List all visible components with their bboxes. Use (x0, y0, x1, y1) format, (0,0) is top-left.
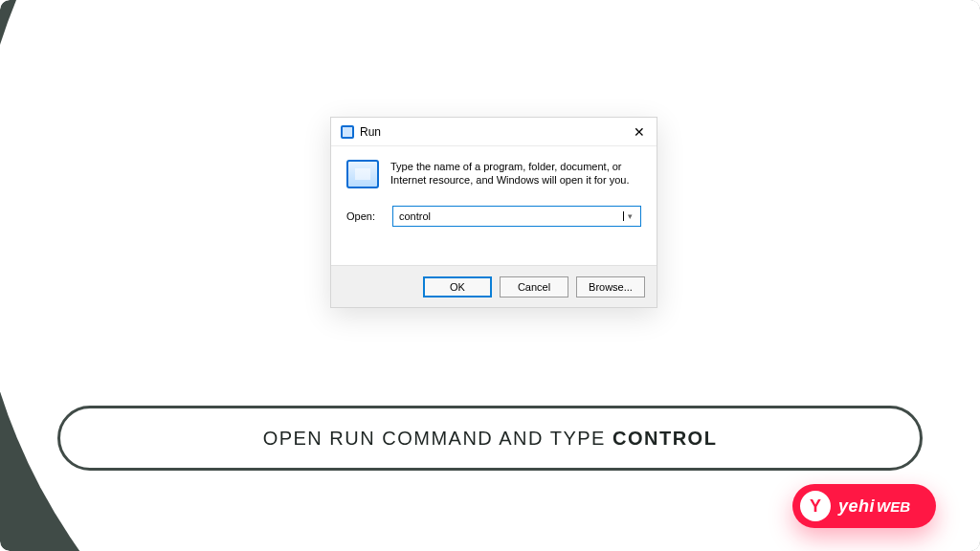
run-footer: OK Cancel Browse... (331, 265, 657, 307)
yehiweb-badge[interactable]: Y yehi WEB (792, 484, 936, 528)
badge-text: yehi WEB (838, 496, 910, 517)
run-body: Type the name of a program, folder, docu… (331, 146, 657, 238)
instruction-emphasis: CONTROL (612, 428, 717, 449)
run-title-text: Run (360, 125, 381, 139)
instruction-prefix: OPEN RUN COMMAND AND TYPE (263, 428, 612, 449)
badge-text-part2: WEB (877, 498, 910, 515)
run-title-icon (341, 125, 354, 139)
chevron-down-icon[interactable]: ▾ (623, 211, 636, 221)
ok-button[interactable]: OK (423, 276, 492, 298)
cancel-button[interactable]: Cancel (500, 276, 568, 298)
badge-text-part1: yehi (838, 496, 875, 517)
run-program-icon (346, 160, 379, 188)
run-open-value[interactable]: control (399, 210, 623, 222)
instruction-ribbon: OPEN RUN COMMAND AND TYPE CONTROL (57, 406, 923, 471)
run-open-combobox[interactable]: control ▾ (392, 206, 641, 227)
browse-button[interactable]: Browse... (576, 276, 645, 298)
run-description: Type the name of a program, folder, docu… (390, 160, 641, 188)
run-dialog: Run ✕ Type the name of a program, folder… (330, 117, 657, 308)
instruction-text: OPEN RUN COMMAND AND TYPE CONTROL (263, 428, 718, 450)
close-icon[interactable]: ✕ (628, 123, 651, 141)
run-open-label: Open: (346, 210, 383, 222)
run-titlebar[interactable]: Run ✕ (331, 118, 657, 146)
badge-logo-icon: Y (800, 491, 831, 521)
